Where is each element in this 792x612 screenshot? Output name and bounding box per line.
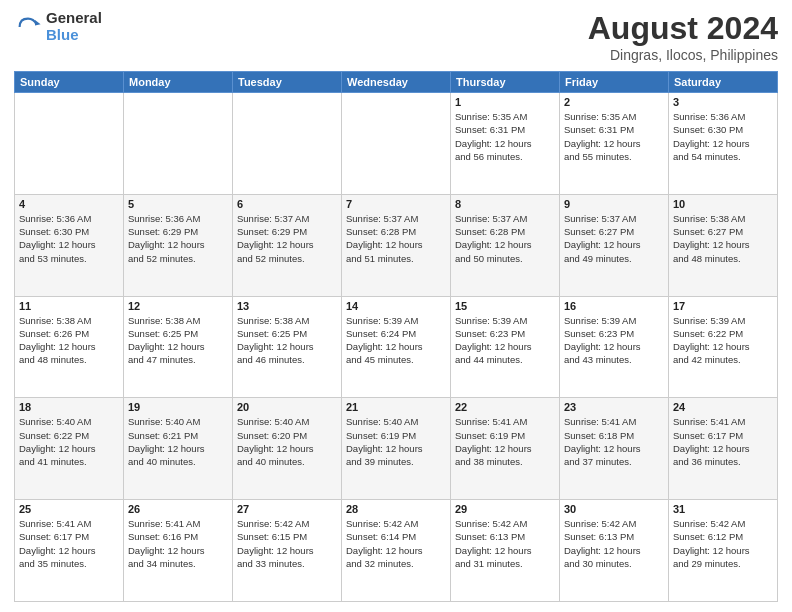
weekday-header-row: SundayMondayTuesdayWednesdayThursdayFrid… (15, 72, 778, 93)
day-number: 26 (128, 503, 228, 515)
day-cell: 25Sunrise: 5:41 AM Sunset: 6:17 PM Dayli… (15, 500, 124, 602)
day-info: Sunrise: 5:36 AM Sunset: 6:30 PM Dayligh… (673, 110, 773, 163)
week-row-3: 11Sunrise: 5:38 AM Sunset: 6:26 PM Dayli… (15, 296, 778, 398)
weekday-header-saturday: Saturday (669, 72, 778, 93)
weekday-header-thursday: Thursday (451, 72, 560, 93)
day-info: Sunrise: 5:38 AM Sunset: 6:25 PM Dayligh… (128, 314, 228, 367)
day-info: Sunrise: 5:42 AM Sunset: 6:13 PM Dayligh… (564, 517, 664, 570)
day-number: 24 (673, 401, 773, 413)
month-title: August 2024 (588, 10, 778, 47)
day-number: 27 (237, 503, 337, 515)
day-number: 19 (128, 401, 228, 413)
title-block: August 2024 Dingras, Ilocos, Philippines (588, 10, 778, 63)
day-info: Sunrise: 5:42 AM Sunset: 6:14 PM Dayligh… (346, 517, 446, 570)
day-info: Sunrise: 5:36 AM Sunset: 6:30 PM Dayligh… (19, 212, 119, 265)
day-number: 16 (564, 300, 664, 312)
day-number: 30 (564, 503, 664, 515)
day-number: 17 (673, 300, 773, 312)
day-cell: 31Sunrise: 5:42 AM Sunset: 6:12 PM Dayli… (669, 500, 778, 602)
logo-icon (14, 13, 42, 41)
day-info: Sunrise: 5:41 AM Sunset: 6:16 PM Dayligh… (128, 517, 228, 570)
day-cell: 30Sunrise: 5:42 AM Sunset: 6:13 PM Dayli… (560, 500, 669, 602)
day-cell: 28Sunrise: 5:42 AM Sunset: 6:14 PM Dayli… (342, 500, 451, 602)
day-cell: 10Sunrise: 5:38 AM Sunset: 6:27 PM Dayli… (669, 194, 778, 296)
day-number: 3 (673, 96, 773, 108)
day-cell: 9Sunrise: 5:37 AM Sunset: 6:27 PM Daylig… (560, 194, 669, 296)
day-cell: 20Sunrise: 5:40 AM Sunset: 6:20 PM Dayli… (233, 398, 342, 500)
day-cell (342, 93, 451, 195)
day-cell: 11Sunrise: 5:38 AM Sunset: 6:26 PM Dayli… (15, 296, 124, 398)
day-info: Sunrise: 5:41 AM Sunset: 6:17 PM Dayligh… (673, 415, 773, 468)
day-info: Sunrise: 5:37 AM Sunset: 6:28 PM Dayligh… (455, 212, 555, 265)
day-cell: 23Sunrise: 5:41 AM Sunset: 6:18 PM Dayli… (560, 398, 669, 500)
day-cell: 29Sunrise: 5:42 AM Sunset: 6:13 PM Dayli… (451, 500, 560, 602)
day-info: Sunrise: 5:41 AM Sunset: 6:18 PM Dayligh… (564, 415, 664, 468)
day-info: Sunrise: 5:38 AM Sunset: 6:27 PM Dayligh… (673, 212, 773, 265)
day-number: 10 (673, 198, 773, 210)
day-number: 15 (455, 300, 555, 312)
day-info: Sunrise: 5:35 AM Sunset: 6:31 PM Dayligh… (564, 110, 664, 163)
week-row-4: 18Sunrise: 5:40 AM Sunset: 6:22 PM Dayli… (15, 398, 778, 500)
day-number: 14 (346, 300, 446, 312)
day-info: Sunrise: 5:41 AM Sunset: 6:19 PM Dayligh… (455, 415, 555, 468)
day-cell: 26Sunrise: 5:41 AM Sunset: 6:16 PM Dayli… (124, 500, 233, 602)
day-info: Sunrise: 5:36 AM Sunset: 6:29 PM Dayligh… (128, 212, 228, 265)
day-cell: 24Sunrise: 5:41 AM Sunset: 6:17 PM Dayli… (669, 398, 778, 500)
day-cell: 27Sunrise: 5:42 AM Sunset: 6:15 PM Dayli… (233, 500, 342, 602)
day-info: Sunrise: 5:42 AM Sunset: 6:15 PM Dayligh… (237, 517, 337, 570)
weekday-header-monday: Monday (124, 72, 233, 93)
day-cell: 17Sunrise: 5:39 AM Sunset: 6:22 PM Dayli… (669, 296, 778, 398)
logo-blue-label: Blue (46, 27, 102, 44)
location-label: Dingras, Ilocos, Philippines (588, 47, 778, 63)
day-number: 20 (237, 401, 337, 413)
day-number: 4 (19, 198, 119, 210)
day-cell: 18Sunrise: 5:40 AM Sunset: 6:22 PM Dayli… (15, 398, 124, 500)
day-info: Sunrise: 5:42 AM Sunset: 6:13 PM Dayligh… (455, 517, 555, 570)
day-cell: 19Sunrise: 5:40 AM Sunset: 6:21 PM Dayli… (124, 398, 233, 500)
day-cell: 21Sunrise: 5:40 AM Sunset: 6:19 PM Dayli… (342, 398, 451, 500)
day-number: 31 (673, 503, 773, 515)
day-info: Sunrise: 5:40 AM Sunset: 6:20 PM Dayligh… (237, 415, 337, 468)
day-cell: 3Sunrise: 5:36 AM Sunset: 6:30 PM Daylig… (669, 93, 778, 195)
svg-rect-0 (14, 13, 42, 41)
day-number: 29 (455, 503, 555, 515)
day-cell: 2Sunrise: 5:35 AM Sunset: 6:31 PM Daylig… (560, 93, 669, 195)
day-cell: 8Sunrise: 5:37 AM Sunset: 6:28 PM Daylig… (451, 194, 560, 296)
page: General Blue August 2024 Dingras, Ilocos… (0, 0, 792, 612)
day-cell (124, 93, 233, 195)
day-number: 13 (237, 300, 337, 312)
day-cell: 1Sunrise: 5:35 AM Sunset: 6:31 PM Daylig… (451, 93, 560, 195)
day-info: Sunrise: 5:39 AM Sunset: 6:23 PM Dayligh… (455, 314, 555, 367)
day-number: 5 (128, 198, 228, 210)
day-info: Sunrise: 5:38 AM Sunset: 6:26 PM Dayligh… (19, 314, 119, 367)
day-info: Sunrise: 5:35 AM Sunset: 6:31 PM Dayligh… (455, 110, 555, 163)
logo: General Blue (14, 10, 102, 43)
day-info: Sunrise: 5:41 AM Sunset: 6:17 PM Dayligh… (19, 517, 119, 570)
day-info: Sunrise: 5:37 AM Sunset: 6:28 PM Dayligh… (346, 212, 446, 265)
week-row-1: 1Sunrise: 5:35 AM Sunset: 6:31 PM Daylig… (15, 93, 778, 195)
day-cell: 6Sunrise: 5:37 AM Sunset: 6:29 PM Daylig… (233, 194, 342, 296)
day-cell: 13Sunrise: 5:38 AM Sunset: 6:25 PM Dayli… (233, 296, 342, 398)
day-number: 1 (455, 96, 555, 108)
day-info: Sunrise: 5:40 AM Sunset: 6:19 PM Dayligh… (346, 415, 446, 468)
day-number: 6 (237, 198, 337, 210)
day-cell: 4Sunrise: 5:36 AM Sunset: 6:30 PM Daylig… (15, 194, 124, 296)
day-cell: 14Sunrise: 5:39 AM Sunset: 6:24 PM Dayli… (342, 296, 451, 398)
day-cell (15, 93, 124, 195)
day-number: 8 (455, 198, 555, 210)
day-number: 25 (19, 503, 119, 515)
day-info: Sunrise: 5:40 AM Sunset: 6:21 PM Dayligh… (128, 415, 228, 468)
week-row-2: 4Sunrise: 5:36 AM Sunset: 6:30 PM Daylig… (15, 194, 778, 296)
day-cell: 7Sunrise: 5:37 AM Sunset: 6:28 PM Daylig… (342, 194, 451, 296)
week-row-5: 25Sunrise: 5:41 AM Sunset: 6:17 PM Dayli… (15, 500, 778, 602)
weekday-header-wednesday: Wednesday (342, 72, 451, 93)
day-cell (233, 93, 342, 195)
day-number: 18 (19, 401, 119, 413)
day-info: Sunrise: 5:39 AM Sunset: 6:22 PM Dayligh… (673, 314, 773, 367)
day-info: Sunrise: 5:40 AM Sunset: 6:22 PM Dayligh… (19, 415, 119, 468)
day-number: 11 (19, 300, 119, 312)
weekday-header-tuesday: Tuesday (233, 72, 342, 93)
day-cell: 15Sunrise: 5:39 AM Sunset: 6:23 PM Dayli… (451, 296, 560, 398)
day-number: 9 (564, 198, 664, 210)
day-number: 23 (564, 401, 664, 413)
